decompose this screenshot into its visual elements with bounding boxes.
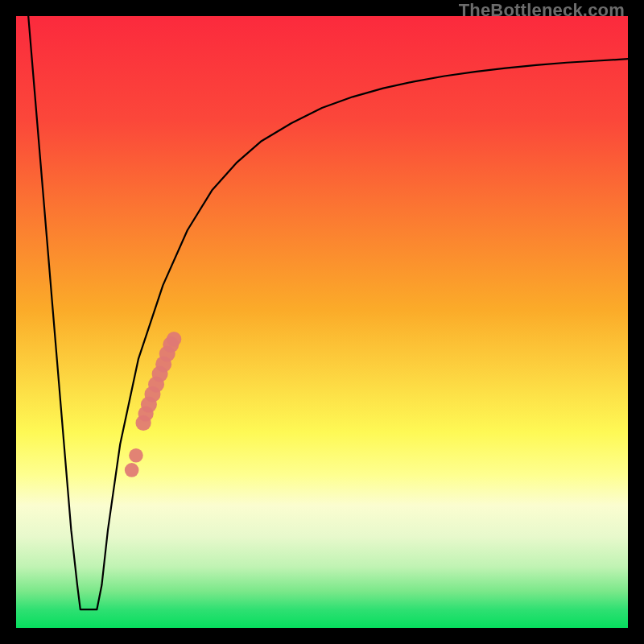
- data-dot: [125, 463, 139, 477]
- plot-area: [16, 16, 628, 628]
- data-dot: [167, 332, 181, 346]
- chart-frame: TheBottleneck.com: [0, 0, 644, 644]
- watermark-text: TheBottleneck.com: [459, 0, 625, 21]
- bottleneck-chart: [16, 16, 628, 628]
- data-dot: [129, 448, 143, 463]
